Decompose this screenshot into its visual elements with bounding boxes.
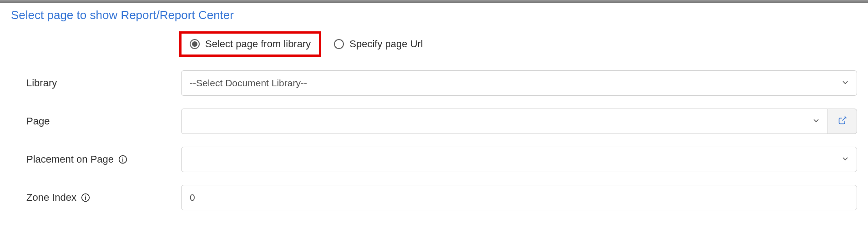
row-page: Page bbox=[11, 109, 857, 134]
radio-label: Select page from library bbox=[205, 38, 311, 50]
section-title: Select page to show Report/Report Center bbox=[11, 8, 857, 22]
radio-select-from-library[interactable]: Select page from library bbox=[179, 31, 321, 57]
radio-icon bbox=[334, 39, 344, 49]
library-select[interactable]: --Select Document Library-- bbox=[181, 70, 857, 96]
info-icon[interactable] bbox=[118, 155, 127, 164]
label-placement: Placement on Page bbox=[26, 154, 181, 165]
radio-specify-url[interactable]: Specify page Url bbox=[326, 34, 431, 55]
label-library: Library bbox=[26, 77, 181, 89]
radio-icon bbox=[190, 39, 200, 49]
row-library: Library --Select Document Library-- bbox=[11, 70, 857, 96]
open-page-button[interactable] bbox=[828, 109, 857, 134]
page-select[interactable] bbox=[181, 109, 828, 134]
row-placement: Placement on Page bbox=[11, 147, 857, 172]
form-container: Select page to show Report/Report Center… bbox=[0, 3, 868, 233]
placement-select[interactable] bbox=[181, 147, 857, 172]
label-page: Page bbox=[26, 115, 181, 127]
row-zone-index: Zone Index bbox=[11, 185, 857, 210]
label-zone-index: Zone Index bbox=[26, 192, 181, 203]
radio-label: Specify page Url bbox=[349, 38, 423, 50]
zone-index-input[interactable] bbox=[181, 185, 857, 210]
info-icon[interactable] bbox=[81, 193, 90, 202]
external-link-icon bbox=[838, 116, 847, 127]
page-source-radio-group: Select page from library Specify page Ur… bbox=[179, 31, 857, 57]
